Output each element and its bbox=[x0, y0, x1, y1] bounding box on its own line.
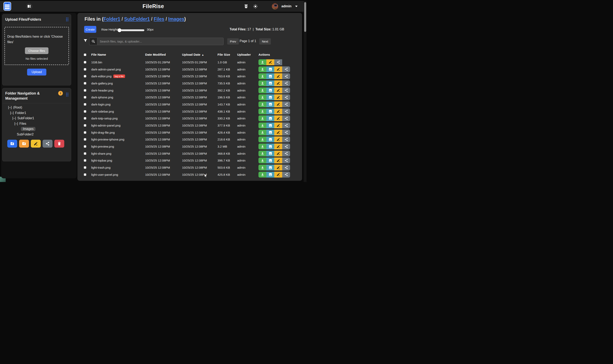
move-folder-button[interactable] bbox=[19, 140, 29, 148]
edit-file-button[interactable] bbox=[274, 165, 282, 170]
folder-tree-item-images[interactable]: Images bbox=[2, 126, 71, 132]
file-name[interactable]: light-user-panel.png bbox=[91, 173, 118, 176]
download-file-button[interactable] bbox=[258, 115, 266, 121]
preview-image-button[interactable] bbox=[266, 172, 274, 178]
download-file-button[interactable] bbox=[258, 80, 266, 86]
download-file-button[interactable] bbox=[258, 88, 266, 93]
share-file-button[interactable] bbox=[282, 122, 290, 128]
folder-tree-item-root[interactable]: [–](Root) bbox=[2, 105, 71, 110]
share-file-button[interactable] bbox=[282, 151, 290, 156]
row-checkbox[interactable] bbox=[84, 117, 86, 120]
edit-file-button[interactable] bbox=[274, 130, 282, 135]
file-name[interactable]: 1GB.bin bbox=[91, 61, 102, 64]
breadcrumb-link-subfolder1[interactable]: SubFolder1 bbox=[124, 16, 150, 22]
share-file-button[interactable] bbox=[282, 88, 290, 93]
search-icon[interactable] bbox=[89, 38, 97, 45]
download-file-button[interactable] bbox=[258, 108, 266, 114]
row-checkbox[interactable] bbox=[84, 68, 86, 71]
drag-handle-icon[interactable] bbox=[66, 93, 68, 96]
column-header-date-modified[interactable]: Date Modified bbox=[145, 53, 182, 56]
file-name[interactable]: light-topbar.png bbox=[91, 159, 112, 162]
slider-thumb[interactable] bbox=[118, 28, 121, 32]
row-checkbox[interactable] bbox=[84, 75, 86, 78]
choose-files-button[interactable]: Choose files bbox=[25, 47, 49, 54]
scrollbar-thumb[interactable] bbox=[304, 2, 306, 32]
file-name[interactable]: dark-editor.png bbox=[91, 75, 111, 78]
preview-image-button[interactable] bbox=[266, 94, 274, 100]
select-all-checkbox[interactable] bbox=[84, 53, 86, 56]
row-checkbox[interactable] bbox=[84, 159, 86, 162]
upload-button[interactable]: Upload bbox=[27, 69, 46, 76]
file-name[interactable]: dark-sidebar.png bbox=[91, 110, 114, 113]
folder-label[interactable]: Files bbox=[19, 122, 26, 126]
download-file-button[interactable] bbox=[258, 59, 266, 65]
preview-image-button[interactable] bbox=[266, 80, 274, 86]
download-file-button[interactable] bbox=[258, 151, 266, 156]
file-name[interactable]: light-trash.png bbox=[91, 166, 111, 169]
delete-folder-button[interactable] bbox=[54, 140, 64, 148]
edit-file-button[interactable] bbox=[266, 59, 274, 65]
row-checkbox[interactable] bbox=[84, 124, 86, 127]
edit-file-button[interactable] bbox=[274, 108, 282, 114]
folder-label[interactable]: Folder1 bbox=[15, 111, 26, 115]
edit-file-button[interactable] bbox=[274, 102, 282, 107]
edit-file-button[interactable] bbox=[274, 88, 282, 93]
folder-label[interactable]: SubFolder1 bbox=[17, 117, 34, 120]
file-name[interactable]: dark-header.png bbox=[91, 89, 113, 92]
file-name[interactable]: dark-gallery.png bbox=[91, 82, 113, 85]
download-file-button[interactable] bbox=[258, 130, 266, 135]
file-name[interactable]: light-preview.png bbox=[91, 145, 114, 148]
next-page-button[interactable]: Next bbox=[259, 38, 271, 45]
tree-collapse-toggle[interactable]: [–] bbox=[12, 117, 16, 120]
share-file-button[interactable] bbox=[282, 102, 290, 107]
row-checkbox[interactable] bbox=[84, 110, 86, 113]
preview-image-button[interactable] bbox=[266, 73, 274, 79]
share-file-button[interactable] bbox=[282, 157, 290, 163]
preview-image-button[interactable] bbox=[266, 66, 274, 72]
preview-image-button[interactable] bbox=[266, 102, 274, 107]
file-name[interactable]: dark-totp-setup.png bbox=[91, 117, 118, 120]
download-file-button[interactable] bbox=[258, 102, 266, 107]
share-file-button[interactable] bbox=[282, 94, 290, 100]
share-file-button[interactable] bbox=[274, 59, 282, 65]
theme-toggle-sun-icon[interactable] bbox=[253, 4, 258, 9]
edit-file-button[interactable] bbox=[274, 143, 282, 149]
download-file-button[interactable] bbox=[258, 73, 266, 79]
selected-folder-label[interactable]: Images bbox=[21, 127, 35, 131]
apps-grid-icon[interactable] bbox=[263, 4, 267, 9]
row-checkbox[interactable] bbox=[84, 166, 86, 169]
download-file-button[interactable] bbox=[258, 143, 266, 149]
breadcrumb-link-folder1[interactable]: Folder1 bbox=[103, 16, 120, 22]
file-name[interactable]: light-admin-panel.png bbox=[91, 124, 120, 127]
preview-image-button[interactable] bbox=[266, 88, 274, 93]
file-name[interactable]: dark-admin-panel.png bbox=[91, 68, 121, 71]
edit-file-button[interactable] bbox=[274, 115, 282, 121]
row-checkbox[interactable] bbox=[84, 131, 86, 134]
search-input[interactable] bbox=[97, 38, 223, 45]
row-checkbox[interactable] bbox=[84, 138, 86, 141]
download-file-button[interactable] bbox=[258, 122, 266, 128]
column-header-upload-date[interactable]: Upload Date▲ bbox=[182, 53, 218, 56]
row-checkbox[interactable] bbox=[84, 82, 86, 85]
preview-image-button[interactable] bbox=[266, 108, 274, 114]
download-file-button[interactable] bbox=[258, 136, 266, 142]
share-folder-button[interactable] bbox=[42, 140, 53, 148]
tag-file-badge[interactable]: tag a file bbox=[113, 75, 125, 78]
share-file-button[interactable] bbox=[282, 136, 290, 142]
file-name[interactable]: dark-iphone.png bbox=[91, 96, 113, 99]
user-avatar[interactable] bbox=[272, 3, 278, 10]
folder-label[interactable]: SubFolder2 bbox=[17, 133, 34, 136]
folder-label[interactable]: (Root) bbox=[13, 106, 22, 109]
row-checkbox[interactable] bbox=[84, 173, 86, 176]
row-checkbox[interactable] bbox=[84, 96, 86, 99]
prev-page-button[interactable]: Prev bbox=[227, 38, 239, 45]
edit-file-button[interactable] bbox=[274, 172, 282, 178]
tree-collapse-toggle[interactable]: [–] bbox=[14, 122, 18, 126]
drag-handle-icon[interactable] bbox=[66, 18, 68, 21]
trash-restore-icon[interactable] bbox=[244, 4, 248, 9]
edit-file-button[interactable] bbox=[274, 73, 282, 79]
file-name[interactable]: light-preview-iphone.png bbox=[91, 138, 124, 141]
folder-tree-item-files[interactable]: [–]Files bbox=[2, 121, 71, 127]
create-button[interactable]: Create bbox=[84, 26, 96, 33]
row-checkbox[interactable] bbox=[84, 61, 86, 64]
